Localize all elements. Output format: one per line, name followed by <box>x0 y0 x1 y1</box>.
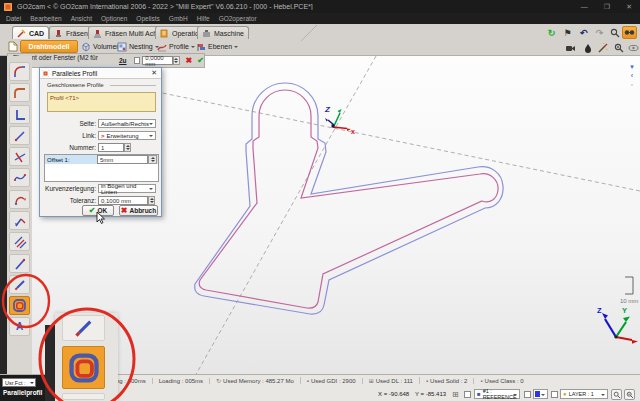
usr-fct-select[interactable]: Usr.Fct : <box>2 378 36 387</box>
dialog-close-icon[interactable]: ✕ <box>151 69 161 77</box>
menu-optionen[interactable]: Optionen <box>101 15 127 22</box>
corner-arrow-icon[interactable] <box>9 211 30 230</box>
menu-bearbeiten[interactable]: Bearbeiten <box>30 15 61 22</box>
trim-lines-icon[interactable] <box>9 147 30 166</box>
close-icon[interactable]: ✕ <box>626 3 632 11</box>
cancel-button[interactable]: ✖ Abbruch <box>119 205 158 216</box>
pin-icon[interactable]: ◦ <box>631 81 633 88</box>
ribbon-nesting[interactable]: Nesting <box>117 40 159 53</box>
seite-select[interactable]: Außerhalb/Rechts <box>98 119 156 128</box>
layer-checkbox[interactable] <box>551 391 558 398</box>
ribbon-profile[interactable]: Profile <box>157 40 195 53</box>
reference-select[interactable]: ■ #1 : REFERENCE <box>474 389 520 399</box>
gdi-icon: ▪ <box>307 378 309 384</box>
kurven-select[interactable]: in Bögen und Linien <box>98 184 156 193</box>
prompt-confirm-icon[interactable]: ✔ <box>197 56 204 65</box>
coord-y: Y = -85.413 <box>415 391 446 397</box>
menu-ansicht[interactable]: Ansicht <box>71 15 92 22</box>
segment-icon[interactable] <box>9 254 30 273</box>
tolerance-input[interactable]: 0,0000 mm <box>142 56 173 65</box>
collapse-panel-icon[interactable]: ‹ <box>631 72 633 79</box>
tab-fraesen[interactable]: Fräsen <box>49 26 93 39</box>
corner-round-icon[interactable] <box>9 83 30 102</box>
spline-icon[interactable] <box>9 168 30 187</box>
prompt-zoom-label[interactable]: 2u <box>119 57 127 64</box>
camera-icon[interactable] <box>564 42 577 54</box>
cancel-x-icon: ✖ <box>121 206 128 215</box>
chevron-down-icon <box>191 46 195 50</box>
ink-drop-icon[interactable] <box>581 42 594 54</box>
link-select[interactable]: > Erweiterung <box>98 131 156 140</box>
tab-maschine[interactable]: Maschine <box>197 26 249 39</box>
menu-hilfe[interactable]: Hilfe <box>197 15 210 22</box>
nummer-input[interactable]: 1 <box>98 143 124 152</box>
line-icon[interactable] <box>9 126 30 145</box>
undo-icon[interactable]: ↶ <box>577 27 590 39</box>
zoom-icon[interactable] <box>608 27 621 39</box>
ribbon-ebenen[interactable]: Ebenen <box>196 40 238 53</box>
origin-z-label: Z <box>324 105 331 114</box>
wireframe-page-icon[interactable] <box>7 40 19 53</box>
magic-wand-icon[interactable] <box>596 42 609 54</box>
origin-x-label: x <box>351 128 355 135</box>
orientation-triad: Z Y <box>597 306 638 344</box>
zoom-window-button[interactable] <box>624 389 635 400</box>
panel-toggles: ▼ ‹ ◦ <box>626 64 638 88</box>
curve-arrow-icon[interactable] <box>9 190 30 209</box>
color-swatch-select[interactable] <box>533 389 548 399</box>
ribbon-drahtmodell[interactable]: Drahtmodell <box>20 40 78 53</box>
redo-icon[interactable]: ↷ <box>593 27 606 39</box>
profile-listbox[interactable]: Profil <71> <box>47 92 156 112</box>
menu-go2operator[interactable]: GO2operator <box>219 15 257 22</box>
chevron-down-icon <box>234 46 238 50</box>
corner-fillet-icon[interactable] <box>9 62 30 81</box>
eye-icon[interactable] <box>627 42 640 54</box>
dialog-icon <box>42 70 49 77</box>
grid-icon[interactable]: ⊞ <box>452 390 459 399</box>
ok-check-icon: ✔ <box>89 206 96 215</box>
text-tool-icon[interactable]: A <box>9 317 30 336</box>
l-contour-icon[interactable] <box>9 105 30 124</box>
zoom-fit-button[interactable] <box>611 389 622 400</box>
tab-cad[interactable]: CAD <box>12 26 49 39</box>
snap-checkbox[interactable] <box>134 57 141 64</box>
memory-icon: ↻ <box>216 377 221 384</box>
parallel-profile-icon[interactable] <box>9 296 30 315</box>
menu-opelists[interactable]: Opelists <box>136 15 159 22</box>
flag-select-icon[interactable]: ⚑ <box>561 27 574 39</box>
color-checkbox[interactable] <box>524 391 531 398</box>
menu-gmbh[interactable]: GmbH <box>169 15 188 22</box>
offset-row-selected[interactable]: Offset 1: 5mm <box>45 155 158 164</box>
layer-bulb-icon: ● <box>563 391 567 397</box>
parallel-lines-icon[interactable] <box>9 232 30 251</box>
nummer-label: Nummer: <box>40 144 96 151</box>
dialog-title-bar[interactable]: Paralleles Profil ✕ <box>40 68 161 79</box>
group-label: Geschlossene Profile <box>47 82 104 88</box>
layer-select[interactable]: ● LAYER : 1 <box>560 389 608 399</box>
zoom-plus-icon[interactable] <box>612 42 625 54</box>
offset-stepper[interactable] <box>148 155 157 164</box>
nummer-stepper[interactable] <box>124 143 131 152</box>
metric-solid: ▪Used Solid : 2 <box>420 378 475 384</box>
offset-value-input[interactable]: 5mm <box>97 155 148 164</box>
scale-label: 10 mm <box>620 298 638 304</box>
source-profile-outline[interactable] <box>199 90 498 308</box>
menu-datei[interactable]: Datei <box>6 15 21 22</box>
prompt-cancel-icon[interactable]: ✖ <box>186 56 193 65</box>
offset-list[interactable]: Offset 1: 5mm <box>44 154 159 182</box>
cad-tools-icon <box>17 29 26 38</box>
maximize-icon[interactable]: ❐ <box>604 3 610 11</box>
pen-line-icon[interactable] <box>9 275 30 294</box>
filter-funnel-icon[interactable]: ▼ <box>629 64 635 70</box>
toleranz-input[interactable]: 0,1000 mm <box>98 196 148 205</box>
minimize-icon[interactable]: — <box>581 3 588 11</box>
search-goggles-icon[interactable] <box>622 26 637 39</box>
tolerance-stepper[interactable] <box>173 56 180 65</box>
volume-cube-icon <box>81 42 91 52</box>
toleranz-stepper[interactable] <box>148 196 155 205</box>
construction-line-vertical[interactable] <box>190 56 376 374</box>
menu-bar: Datei Bearbeiten Ansicht Optionen Opelis… <box>0 13 640 24</box>
refresh-icon[interactable]: ↻ <box>545 27 558 39</box>
offset-profile-outline[interactable] <box>195 83 503 314</box>
reference-checkbox[interactable] <box>464 391 471 398</box>
